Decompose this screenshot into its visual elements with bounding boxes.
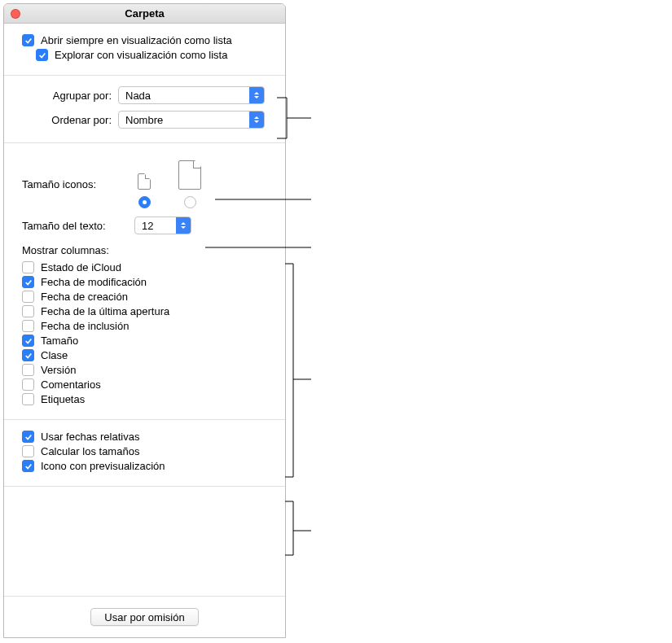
label-browse-list: Explorar con visualización como lista (55, 49, 227, 61)
radio-icon-small[interactable] (138, 196, 151, 208)
close-icon[interactable] (11, 9, 20, 19)
section-misc: Usar fechas relativas Calcular los tamañ… (4, 420, 285, 487)
view-options-window: Carpeta Abrir siempre en visualización c… (3, 3, 286, 638)
label-column-created: Fecha de creación (41, 291, 128, 303)
label-sort-by: Ordenar por: (22, 114, 112, 126)
row-text-size: Tamaño del texto: 12 (22, 217, 267, 234)
select-text-size[interactable]: 12 (134, 217, 191, 234)
titlebar: Carpeta (4, 4, 285, 24)
use-as-defaults-label: Usar por omisión (104, 611, 184, 623)
row-icon-preview: Icono con previsualización (22, 460, 267, 472)
checkbox-column-version[interactable] (22, 364, 34, 376)
checkbox-column-icloud[interactable] (22, 261, 34, 273)
label-relative-dates: Usar fechas relativas (41, 431, 139, 443)
radio-icon-large[interactable] (184, 196, 196, 208)
checkbox-column-comments[interactable] (22, 378, 34, 391)
label-open-list: Abrir siempre en visualización como list… (41, 34, 232, 46)
row-icon-size: Tamaño iconos: (22, 160, 267, 208)
label-column-comments: Comentarios (41, 378, 101, 391)
label-calc-sizes: Calcular los tamaños (41, 445, 139, 457)
checkbox-column-tags[interactable] (22, 393, 34, 405)
checkbox-column-added[interactable] (22, 320, 34, 332)
label-column-last_opened: Fecha de la última apertura (41, 305, 169, 317)
column-row-added: Fecha de inclusión (22, 320, 267, 332)
section-display: Tamaño iconos: Tamaño del texto: 12 Most… (4, 143, 285, 420)
label-group-by: Agrupar por: (22, 90, 112, 102)
checkbox-column-kind[interactable] (22, 349, 34, 361)
page-icon (138, 173, 151, 190)
select-sort-by-value: Nombre (119, 114, 249, 126)
label-icon-preview: Icono con previsualización (41, 460, 165, 472)
label-icon-size: Tamaño iconos: (22, 178, 118, 190)
column-row-size: Tamaño (22, 335, 267, 347)
checkbox-browse-list[interactable] (36, 49, 48, 61)
checkbox-relative-dates[interactable] (22, 431, 34, 443)
section-arrange: Agrupar por: Nada Ordenar por: Nombre (4, 76, 285, 143)
checkbox-column-mod[interactable] (22, 276, 34, 288)
label-column-tags: Etiquetas (41, 393, 85, 405)
row-open-list: Abrir siempre en visualización como list… (22, 34, 267, 46)
select-group-by[interactable]: Nada (118, 86, 265, 104)
label-column-kind: Clase (41, 349, 68, 361)
select-arrows-icon (249, 87, 264, 103)
row-relative-dates: Usar fechas relativas (22, 431, 267, 443)
section-always-open: Abrir siempre en visualización como list… (4, 24, 285, 76)
row-browse-list: Explorar con visualización como lista (22, 49, 267, 61)
checkbox-icon-preview[interactable] (22, 460, 34, 472)
column-row-created: Fecha de creación (22, 291, 267, 303)
label-column-icloud: Estado de iCloud (41, 261, 121, 273)
label-column-size: Tamaño (41, 335, 78, 347)
checkbox-column-created[interactable] (22, 291, 34, 303)
column-row-kind: Clase (22, 349, 267, 361)
label-column-mod: Fecha de modificación (41, 276, 147, 288)
select-arrows-icon (249, 112, 264, 128)
column-row-comments: Comentarios (22, 378, 267, 391)
select-sort-by[interactable]: Nombre (118, 111, 265, 129)
label-show-columns: Mostrar columnas: (22, 244, 267, 256)
label-column-version: Versión (41, 364, 76, 376)
checkbox-column-size[interactable] (22, 335, 34, 347)
column-row-version: Versión (22, 364, 267, 376)
footer: Usar por omisión (4, 597, 285, 637)
icon-size-options (138, 160, 201, 208)
label-text-size: Tamaño del texto: (22, 220, 134, 232)
checkbox-calc-sizes[interactable] (22, 445, 34, 457)
label-column-added: Fecha de inclusión (41, 320, 129, 332)
column-row-icloud: Estado de iCloud (22, 261, 267, 273)
use-as-defaults-button[interactable]: Usar por omisión (90, 608, 198, 626)
select-text-size-value: 12 (135, 220, 176, 232)
window-title: Carpeta (125, 7, 164, 20)
select-group-by-value: Nada (119, 90, 249, 102)
row-group-by: Agrupar por: Nada (22, 86, 267, 104)
select-arrows-icon (176, 217, 191, 234)
column-row-tags: Etiquetas (22, 393, 267, 405)
row-sort-by: Ordenar por: Nombre (22, 111, 267, 129)
column-row-last_opened: Fecha de la última apertura (22, 305, 267, 317)
column-row-mod: Fecha de modificación (22, 276, 267, 288)
checkbox-column-last_opened[interactable] (22, 305, 34, 317)
page-icon (178, 160, 201, 190)
row-calc-sizes: Calcular los tamaños (22, 445, 267, 457)
columns-list: Estado de iCloudFecha de modificaciónFec… (22, 261, 267, 405)
checkbox-open-list[interactable] (22, 34, 34, 46)
